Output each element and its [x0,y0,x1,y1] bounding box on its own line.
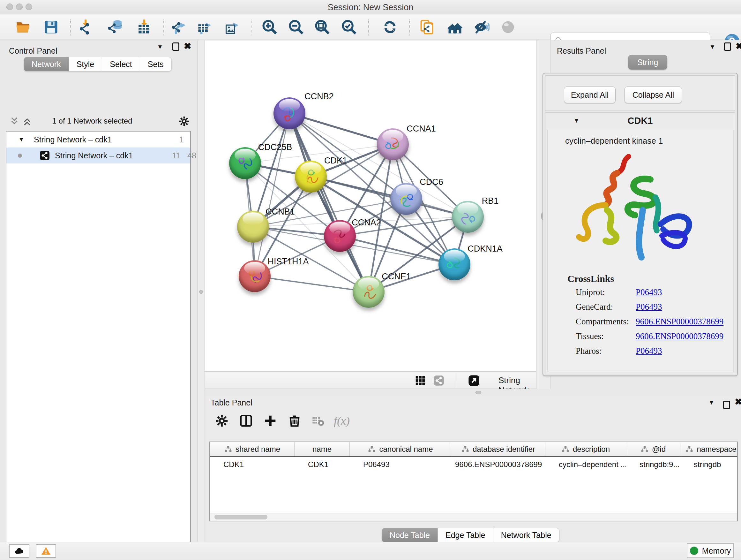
export-table-button[interactable] [195,18,213,36]
expand-all-button[interactable]: Expand All [564,86,616,103]
table-cell[interactable]: P06493 [350,457,451,472]
clone-network-icon [419,19,435,36]
protein-structure-image [567,149,708,270]
tab-string[interactable]: String [628,55,667,70]
hide-graphics-details-button[interactable] [472,18,490,36]
crosslink-link[interactable]: 9606.ENSP00000378699 [636,317,724,327]
zoom-in-button[interactable] [261,18,279,36]
table-cell[interactable]: CDK1 [294,457,350,472]
warning-icon [41,546,51,556]
table-horizontal-scrollbar[interactable] [210,513,737,521]
column-header-name[interactable]: name [294,442,350,456]
network-node-CDK1[interactable] [295,161,327,192]
cdk1-section-header[interactable]: ▼ CDK1 [545,113,735,129]
network-node-CDKN1A[interactable] [439,248,470,280]
zoom-fit-button[interactable] [313,18,331,36]
table-options-gear-icon[interactable] [214,414,229,428]
tab-network-table[interactable]: Network Table [493,528,559,543]
tab-style[interactable]: Style [69,57,103,71]
crosslink-link[interactable]: 9606.ENSP00000378699 [636,331,724,341]
network-edge-CCNB2-HIST1H1A[interactable] [255,113,289,276]
tab-network[interactable]: Network [23,57,69,71]
import-database-button[interactable] [107,18,125,36]
expand-collapse-bar: Expand All Collapse All [545,75,735,111]
export-network-button[interactable] [170,18,188,36]
network-node-CCNB1[interactable] [237,211,269,243]
column-header-database-identifier[interactable]: database identifier [451,442,545,456]
zoom-selected-icon [341,19,357,36]
refresh-network-button[interactable] [381,18,399,36]
export-image-button[interactable] [223,18,241,36]
save-session-button[interactable] [42,18,60,36]
home-button[interactable] [446,18,464,36]
network-node-CCNA1[interactable] [377,128,409,160]
network-tree-row[interactable]: String Network – cdk1 11 48 [6,147,190,164]
collapse-all-button[interactable]: Collapse All [624,86,682,103]
column-header-description[interactable]: description [545,442,626,456]
results-panel-close-icon[interactable]: ✖ [736,40,741,53]
network-edge-CDK1-RB1[interactable] [311,177,468,217]
table-panel-close-icon[interactable]: ✖ [735,395,741,409]
results-panel-menu-caret-icon[interactable]: ▼ [710,40,716,53]
column-header-@id[interactable]: @id [626,442,680,456]
network-node-CCNA2[interactable] [324,220,356,252]
level-of-detail-button[interactable] [499,18,517,36]
table-panel-menu-caret-icon[interactable]: ▼ [709,395,715,409]
node-details-scroll-area[interactable]: ▼ CDK1 cyclin–dependent kinase 1 [545,112,735,374]
open-view-icon[interactable] [467,374,481,387]
control-panel-float-icon[interactable] [172,42,179,55]
control-panel-menu-caret-icon[interactable]: ▼ [157,40,163,53]
delete-table-icon[interactable] [312,414,324,428]
tab-select[interactable]: Select [102,57,140,71]
column-header-canonical-name[interactable]: canonical name [350,442,451,456]
network-thumbnail-icon[interactable] [433,374,445,387]
results-panel-float-icon[interactable] [724,42,731,55]
network-view-canvas[interactable]: CCNB2CCNA1CDC25BCDK1CDC6RB1CCNB1CCNA2CDK… [205,41,536,371]
tree-expand-caret-icon[interactable]: ▼ [18,136,24,143]
crosslink-link[interactable]: P06493 [636,287,662,297]
network-node-HIST1H1A[interactable] [239,260,271,292]
table-cell[interactable]: stringdb:9... [626,457,680,472]
network-node-CCNE1[interactable] [353,276,385,308]
open-session-button[interactable] [14,18,32,36]
network-tree-row[interactable]: ▼ String Network – cdk1 1 [6,132,190,147]
control-panel-close-icon[interactable]: ✖ [184,40,191,53]
network-node-RB1[interactable] [452,201,484,233]
horizontal-splitter[interactable] [205,389,741,395]
network-options-gear-icon[interactable] [178,115,190,127]
crosslink-link[interactable]: P06493 [636,302,662,312]
tab-sets[interactable]: Sets [140,57,172,71]
column-header-namespace[interactable]: namespace [680,442,738,456]
function-builder-icon[interactable]: f(x) [334,414,350,428]
table-cell[interactable]: cyclin–dependent ... [545,457,626,472]
column-header-shared-name[interactable]: shared name [210,442,294,456]
show-columns-icon[interactable] [239,414,253,428]
crosslink-link[interactable]: P06493 [636,346,662,356]
cloud-status-button[interactable] [9,544,29,558]
warnings-button[interactable] [36,544,56,558]
network-node-CDC25B[interactable] [229,147,261,179]
network-node-CCNB2[interactable] [273,98,306,129]
left-panel-divider[interactable] [197,40,205,542]
table-cell[interactable]: stringdb [680,457,738,472]
clone-network-button[interactable] [418,18,436,36]
zoom-out-button[interactable] [287,18,305,36]
network-edge-HIST1H1A-CCNE1[interactable] [255,276,368,292]
table-cell[interactable]: 9606.ENSP00000378699 [451,457,545,472]
tab-edge-table[interactable]: Edge Table [438,528,493,543]
memory-button[interactable]: Memory [687,543,734,558]
delete-column-trash-icon[interactable] [287,414,302,428]
tab-node-table[interactable]: Node Table [382,528,438,543]
table-cell[interactable]: CDK1 [210,457,294,472]
import-table-button[interactable] [135,18,153,36]
save-session-icon [43,19,59,36]
zoom-selected-button[interactable] [340,18,358,36]
import-network-button[interactable] [77,18,94,36]
network-node-CDC6[interactable] [390,183,422,215]
export-table-icon [196,19,212,36]
table-panel-float-icon[interactable] [723,400,730,413]
add-column-icon[interactable] [263,414,278,428]
grid-view-icon[interactable] [414,374,426,387]
scrollbar-thumb[interactable] [214,515,267,519]
column-label: database identifier [473,445,535,454]
